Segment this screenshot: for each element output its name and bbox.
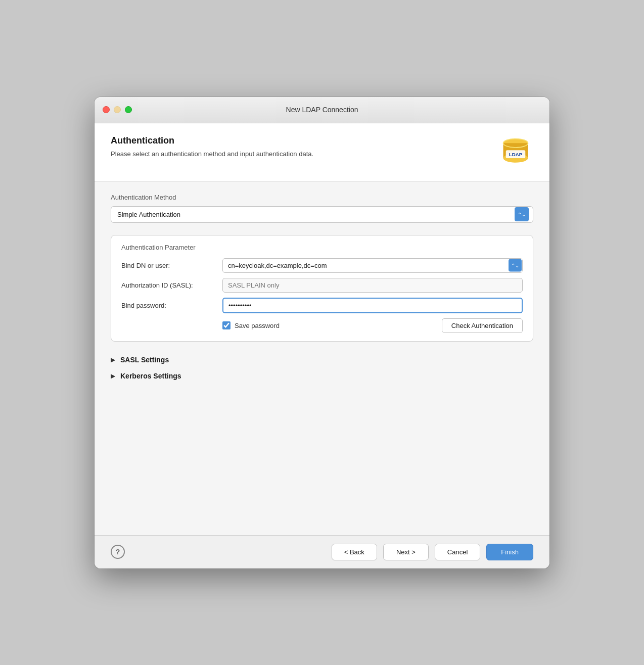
bind-pw-input[interactable]	[222, 298, 523, 313]
maximize-button[interactable]	[125, 106, 132, 113]
save-password-text: Save password	[235, 322, 280, 329]
footer-buttons: < Back Next > Cancel Finish	[332, 544, 533, 560]
next-button[interactable]: Next >	[383, 544, 429, 560]
bind-dn-input[interactable]	[222, 258, 523, 273]
page-title: Authentication	[111, 135, 313, 146]
kerberos-settings-title: Kerberos Settings	[120, 372, 181, 380]
check-auth-button[interactable]: Check Authentication	[442, 318, 523, 333]
cancel-button[interactable]: Cancel	[435, 544, 480, 560]
ldap-icon: LDAP	[498, 133, 533, 169]
auth-method-section: Authentication Method Simple Authenticat…	[111, 194, 533, 223]
bind-dn-input-wrapper: ⌃⌄	[222, 258, 523, 273]
bind-pw-input-wrapper	[222, 298, 523, 313]
auth-id-input[interactable]	[222, 278, 523, 293]
sasl-expand-icon: ▶	[111, 356, 115, 363]
bind-dn-row: Bind DN or user: ⌃⌄	[121, 258, 523, 273]
close-button[interactable]	[103, 106, 110, 113]
save-password-label[interactable]: Save password	[222, 321, 280, 329]
back-button[interactable]: < Back	[332, 544, 377, 560]
sasl-settings-title: SASL Settings	[120, 356, 169, 364]
form-actions: Save password Check Authentication	[222, 318, 523, 333]
bind-dn-dropdown-icon[interactable]: ⌃⌄	[509, 259, 522, 272]
auth-method-select[interactable]: Simple Authentication SASL Anonymous No …	[111, 207, 533, 222]
bind-pw-row: Bind password:	[121, 298, 523, 313]
auth-param-label: Authentication Parameter	[121, 244, 523, 251]
auth-id-label: Authorization ID (SASL):	[121, 281, 222, 289]
auth-id-input-wrapper	[222, 278, 523, 293]
auth-method-label: Authentication Method	[111, 194, 533, 201]
kerberos-expand-icon: ▶	[111, 372, 115, 379]
minimize-button[interactable]	[114, 106, 121, 113]
footer: ? < Back Next > Cancel Finish	[95, 535, 549, 568]
page-description: Please select an authentication method a…	[111, 150, 313, 158]
window-title: New LDAP Connection	[286, 106, 358, 114]
help-button[interactable]: ?	[111, 545, 125, 559]
main-content: Authentication Method Simple Authenticat…	[95, 181, 549, 535]
traffic-lights	[103, 106, 132, 113]
main-window: New LDAP Connection Authentication Pleas…	[95, 97, 549, 568]
titlebar: New LDAP Connection	[95, 97, 549, 123]
finish-button[interactable]: Finish	[486, 544, 533, 560]
save-password-checkbox[interactable]	[222, 321, 231, 329]
svg-text:LDAP: LDAP	[509, 151, 523, 157]
bind-pw-label: Bind password:	[121, 302, 222, 309]
kerberos-settings-section[interactable]: ▶ Kerberos Settings	[111, 368, 533, 384]
header-section: Authentication Please select an authenti…	[95, 123, 549, 181]
sasl-settings-section[interactable]: ▶ SASL Settings	[111, 352, 533, 368]
auth-id-row: Authorization ID (SASL):	[121, 278, 523, 293]
auth-param-section: Authentication Parameter Bind DN or user…	[111, 235, 533, 342]
header-text: Authentication Please select an authenti…	[111, 135, 313, 158]
bind-dn-label: Bind DN or user:	[121, 262, 222, 269]
auth-method-select-wrapper[interactable]: Simple Authentication SASL Anonymous No …	[111, 206, 533, 223]
